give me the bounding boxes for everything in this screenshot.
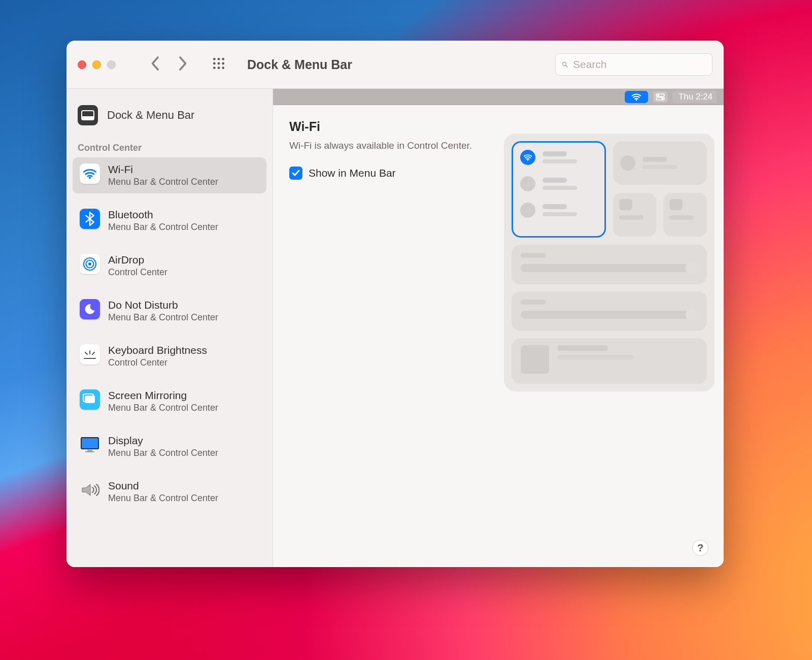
- sidebar-item-subtitle: Menu Bar & Control Center: [108, 403, 218, 413]
- toolbar: Dock & Menu Bar: [66, 41, 724, 89]
- svg-point-7: [218, 67, 220, 69]
- minimize-window-button[interactable]: [92, 60, 101, 69]
- detail-title: Wi-Fi: [289, 119, 497, 134]
- sidebar-item-subtitle: Menu Bar & Control Center: [108, 448, 218, 458]
- sidebar-item-bluetooth[interactable]: Bluetooth Menu Bar & Control Center: [73, 203, 266, 239]
- svg-rect-25: [85, 451, 94, 452]
- dock-menubar-icon: [78, 105, 98, 125]
- display-icon: [80, 435, 100, 455]
- svg-line-10: [566, 65, 567, 67]
- menubar-wifi-icon: [625, 91, 648, 103]
- bluetooth-icon: [80, 209, 100, 229]
- screen-mirroring-icon: [80, 389, 100, 410]
- sidebar-item-keyboard-brightness[interactable]: Keyboard Brightness Control Center: [73, 338, 266, 374]
- preview-now-playing-module: [512, 338, 707, 384]
- svg-point-4: [218, 62, 220, 65]
- svg-point-3: [213, 62, 216, 65]
- preview-module: [613, 141, 707, 185]
- chevron-right-icon: [179, 56, 188, 71]
- chevron-left-icon: [150, 56, 159, 71]
- sidebar-item-sound[interactable]: Sound Menu Bar & Control Center: [73, 474, 266, 510]
- control-center-preview: [504, 134, 715, 391]
- svg-point-31: [527, 159, 529, 161]
- sidebar-item-label: AirDrop: [108, 254, 167, 266]
- search-input[interactable]: [573, 58, 706, 71]
- menubar-clock: Thu 2:24: [672, 91, 717, 103]
- preview-wifi-module: [512, 141, 606, 238]
- search-field[interactable]: [555, 53, 713, 76]
- sidebar-item-airdrop[interactable]: AirDrop Control Center: [73, 248, 266, 284]
- detail-description: Wi-Fi is always available in Control Cen…: [289, 139, 497, 152]
- sidebar-item-label: Screen Mirroring: [108, 389, 218, 402]
- checkbox-label: Show in Menu Bar: [309, 167, 396, 179]
- sidebar-list: Wi-Fi Menu Bar & Control Center Bluetoot…: [66, 157, 273, 510]
- sidebar: Dock & Menu Bar Control Center Wi-Fi Men…: [66, 89, 273, 567]
- preview-module-pair: [613, 193, 707, 238]
- svg-line-19: [85, 352, 87, 354]
- close-window-button[interactable]: [78, 60, 86, 69]
- show-in-menubar-checkbox[interactable]: Show in Menu Bar: [289, 167, 497, 180]
- content-area: Thu 2:24 Wi-Fi Wi-Fi is always available…: [273, 89, 724, 567]
- sidebar-header-dock-menubar[interactable]: Dock & Menu Bar: [66, 99, 273, 141]
- sidebar-item-screen-mirroring[interactable]: Screen Mirroring Menu Bar & Control Cent…: [73, 383, 266, 419]
- menubar-preview: Thu 2:24: [273, 89, 724, 105]
- svg-rect-23: [81, 438, 98, 449]
- svg-line-20: [92, 352, 94, 354]
- svg-point-0: [213, 58, 216, 60]
- svg-point-6: [213, 67, 216, 69]
- preview-slider-module: [512, 245, 707, 284]
- sidebar-item-label: Do Not Disturb: [108, 299, 218, 311]
- detail-pane: Wi-Fi Wi-Fi is always available in Contr…: [289, 119, 497, 567]
- system-preferences-window: Dock & Menu Bar Dock & Menu Bar Control …: [66, 41, 724, 567]
- preview-slider-module: [512, 291, 707, 331]
- sidebar-header-label: Dock & Menu Bar: [107, 109, 194, 122]
- sidebar-section-title: Control Center: [66, 141, 273, 157]
- sidebar-item-wifi[interactable]: Wi-Fi Menu Bar & Control Center: [73, 157, 266, 193]
- svg-point-13: [89, 177, 91, 179]
- svg-point-9: [563, 62, 566, 66]
- show-all-prefs-button[interactable]: [212, 57, 225, 72]
- svg-point-30: [661, 98, 663, 100]
- window-controls: [78, 60, 116, 69]
- svg-point-28: [657, 94, 659, 96]
- svg-rect-24: [87, 450, 92, 451]
- back-button[interactable]: [150, 56, 159, 73]
- sidebar-item-subtitle: Menu Bar & Control Center: [108, 312, 218, 323]
- keyboard-brightness-icon: [80, 344, 100, 365]
- moon-icon: [80, 299, 100, 319]
- sidebar-item-subtitle: Menu Bar & Control Center: [108, 493, 218, 504]
- svg-point-8: [222, 67, 224, 69]
- sidebar-item-subtitle: Menu Bar & Control Center: [108, 177, 218, 187]
- sidebar-item-label: Wi-Fi: [108, 163, 218, 176]
- menubar-clock-label: Thu 2:24: [679, 92, 713, 102]
- sidebar-item-display[interactable]: Display Menu Bar & Control Center: [73, 428, 266, 465]
- sidebar-item-subtitle: Control Center: [108, 357, 207, 368]
- sound-icon: [80, 480, 100, 500]
- svg-point-5: [222, 62, 224, 65]
- svg-point-26: [635, 99, 637, 101]
- window-title: Dock & Menu Bar: [247, 57, 352, 72]
- checkbox-checked-icon: [289, 167, 302, 180]
- wifi-icon: [80, 163, 100, 184]
- grid-icon: [212, 57, 225, 70]
- airdrop-icon: [80, 254, 100, 274]
- forward-button[interactable]: [179, 56, 188, 73]
- zoom-window-button[interactable]: [107, 60, 116, 69]
- sidebar-item-dnd[interactable]: Do Not Disturb Menu Bar & Control Center: [73, 293, 266, 329]
- help-button[interactable]: ?: [692, 540, 708, 556]
- sidebar-item-subtitle: Menu Bar & Control Center: [108, 222, 218, 233]
- svg-point-16: [88, 262, 91, 266]
- svg-point-1: [218, 58, 220, 60]
- sidebar-item-label: Display: [108, 435, 218, 447]
- wifi-icon: [520, 150, 535, 165]
- svg-rect-12: [82, 116, 94, 120]
- nav-arrows: [150, 56, 188, 73]
- sidebar-item-subtitle: Control Center: [108, 267, 167, 278]
- sidebar-item-label: Bluetooth: [108, 209, 218, 221]
- sidebar-item-label: Keyboard Brightness: [108, 344, 207, 356]
- svg-point-2: [222, 58, 224, 60]
- search-icon: [562, 59, 568, 70]
- sidebar-item-label: Sound: [108, 480, 218, 492]
- menubar-control-center-icon: [653, 91, 667, 103]
